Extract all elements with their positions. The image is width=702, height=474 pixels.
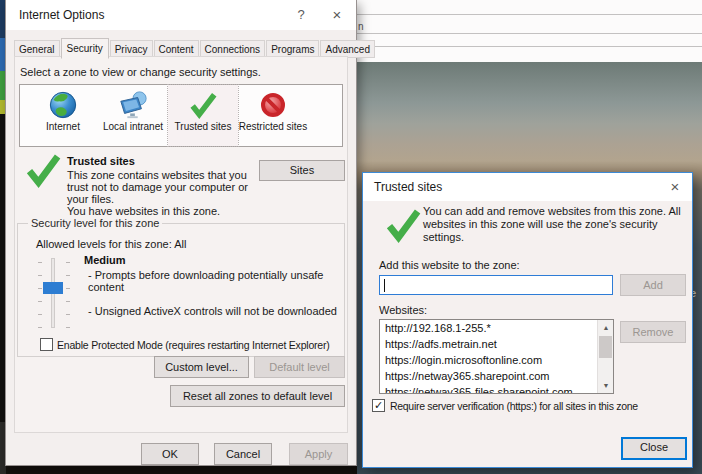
protected-mode-label: Enable Protected Mode (requires restarti… — [57, 339, 330, 351]
internet-options-titlebar[interactable]: Internet Options ? × — [6, 0, 356, 30]
protected-mode-checkbox[interactable] — [40, 338, 53, 351]
security-level-group-title: Security level for this zone — [28, 217, 162, 229]
security-level-detail: - Prompts before downloading potentially… — [88, 269, 338, 293]
cancel-button[interactable]: Cancel — [214, 443, 272, 465]
close-icon[interactable]: × — [660, 173, 690, 201]
zone-label-local-intranet: Local intranet — [98, 121, 168, 132]
security-level-detail: - Unsigned ActiveX controls will not be … — [88, 305, 338, 317]
zone-item-trusted-sites[interactable]: Trusted sites — [168, 85, 238, 146]
add-website-field-wrap — [379, 275, 613, 295]
zone-label-internet: Internet — [28, 121, 98, 132]
internet-globe-icon — [48, 90, 78, 120]
trusted-sites-titlebar[interactable]: Trusted sites × — [363, 173, 692, 201]
scroll-down-icon[interactable]: ▼ — [598, 378, 614, 393]
website-list-item[interactable]: https://netway365-files.sharepoint.com — [380, 384, 613, 394]
scrollbar-thumb[interactable] — [599, 336, 612, 358]
internet-options-dialog: Internet Options ? × GeneralSecurityPriv… — [5, 0, 357, 466]
trusted-sites-intro: You can add and remove websites from thi… — [423, 205, 689, 244]
window-behind-top: n — [357, 0, 702, 62]
security-tab-page: Select a zone to view or change security… — [14, 56, 348, 433]
select-zone-label: Select a zone to view or change security… — [20, 66, 261, 78]
security-level-groupbox: Security level for this zone Allowed lev… — [17, 223, 345, 357]
close-icon[interactable]: × — [322, 0, 352, 30]
trusted-sites-check-icon — [188, 90, 218, 120]
close-button[interactable]: Close — [621, 437, 687, 460]
trusted-sites-dialog: Trusted sites × You can add and remove w… — [362, 172, 693, 468]
screen: n e Internet Options ? × GeneralSecurity… — [0, 0, 702, 474]
add-website-input[interactable] — [380, 276, 612, 294]
background-divider — [357, 46, 702, 47]
tab-security[interactable]: Security — [61, 38, 109, 59]
background-text-fragment: n — [358, 21, 364, 32]
local-intranet-icon — [118, 90, 148, 120]
apply-button: Apply — [289, 443, 348, 465]
allowed-levels-label: Allowed levels for this zone: All — [36, 238, 186, 250]
text-caret — [384, 279, 385, 292]
default-level-button: Default level — [254, 356, 345, 378]
reset-all-zones-button[interactable]: Reset all zones to default level — [170, 385, 345, 407]
security-level-name: Medium — [84, 254, 126, 266]
security-level-slider-handle[interactable] — [43, 282, 63, 294]
trusted-zone-check-icon — [385, 207, 421, 247]
zone-item-internet[interactable]: Internet — [28, 85, 98, 146]
website-list-item[interactable]: https://netway365.sharepoint.com — [380, 368, 613, 384]
websites-label: Websites: — [379, 304, 427, 316]
background-divider — [357, 14, 702, 15]
require-https-label: Require server verification (https:) for… — [390, 400, 638, 412]
dialog-title: Internet Options — [19, 8, 104, 22]
require-https-checkbox[interactable]: ✓ — [372, 399, 385, 412]
website-list-item[interactable]: https://login.microsoftonline.com — [380, 352, 613, 368]
zone-item-restricted-sites[interactable]: Restricted sites — [238, 85, 308, 146]
add-website-label: Add this website to the zone: — [379, 259, 520, 271]
selected-zone-description: This zone contains websites that you tru… — [67, 169, 265, 205]
custom-level-button[interactable]: Custom level... — [154, 356, 249, 378]
trusted-zone-check-icon — [25, 152, 61, 192]
zone-label-trusted-sites: Trusted sites — [168, 121, 238, 132]
scroll-up-icon[interactable]: ▲ — [598, 320, 614, 335]
help-button[interactable]: ? — [286, 0, 316, 30]
zone-item-local-intranet[interactable]: Local intranet — [98, 85, 168, 146]
zone-label-restricted-sites: Restricted sites — [238, 121, 308, 132]
remove-button: Remove — [620, 321, 686, 343]
background-divider — [357, 33, 702, 34]
slider-ticks-right — [66, 262, 70, 330]
list-scrollbar[interactable]: ▲ ▼ — [597, 320, 613, 393]
tab-strip: GeneralSecurityPrivacyContentConnections… — [14, 37, 376, 56]
restricted-sites-icon — [261, 93, 285, 117]
add-button: Add — [620, 274, 686, 296]
website-list-item[interactable]: https://adfs.metrain.net — [380, 336, 613, 352]
selected-zone-name: Trusted sites — [67, 155, 135, 167]
websites-listbox[interactable]: http://192.168.1-255.* https://adfs.metr… — [379, 319, 614, 394]
dialog-title: Trusted sites — [374, 180, 442, 194]
selected-zone-note: You have websites in this zone. — [67, 205, 220, 217]
zone-selector: Internet Local intranet — [19, 84, 343, 147]
website-list-item[interactable]: http://192.168.1-255.* — [380, 320, 613, 336]
ok-button[interactable]: OK — [141, 443, 199, 465]
slider-ticks-left — [38, 262, 42, 330]
sites-button[interactable]: Sites — [259, 160, 345, 181]
